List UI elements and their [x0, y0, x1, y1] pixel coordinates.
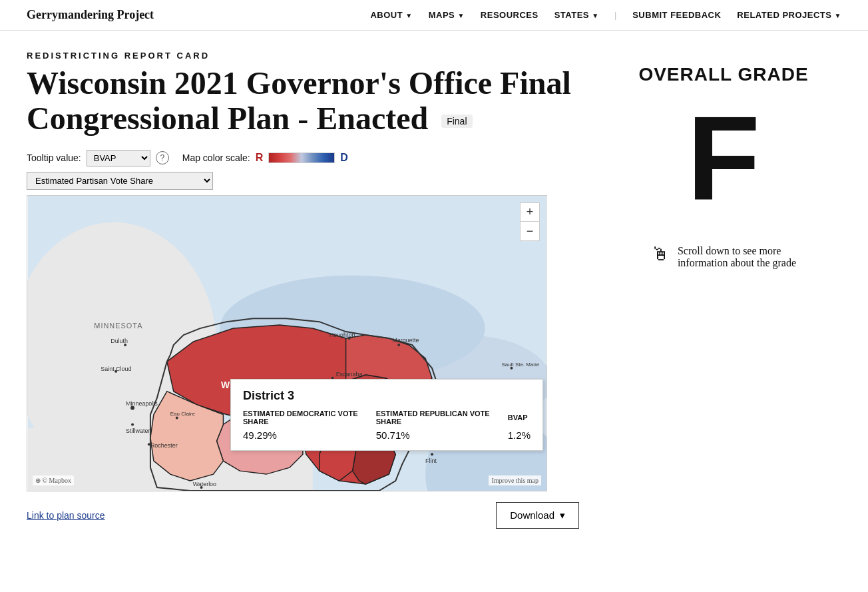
svg-text:Marquette: Marquette — [392, 337, 419, 344]
zoom-out-button[interactable]: − — [521, 222, 539, 240]
report-card-label: REDISTRICTING REPORT CARD — [27, 51, 579, 61]
svg-text:Sault Ste. Marie: Sault Ste. Marie — [502, 361, 540, 367]
svg-text:Flint: Flint — [425, 457, 437, 464]
nav-resources[interactable]: RESOURCES — [481, 10, 539, 20]
mapbox-logo: ⊕ © Mapbox — [33, 475, 74, 485]
svg-text:MINNESOTA: MINNESOTA — [94, 322, 142, 330]
tooltip-district-title: District 3 — [243, 389, 531, 403]
nav-states[interactable]: STATES ▼ — [554, 10, 599, 20]
navigation: Gerrymandering Project ABOUT ▼ MAPS ▼ RE… — [0, 0, 868, 31]
color-scale-label: Map color scale: — [182, 152, 250, 163]
nav-submit-feedback[interactable]: SUBMIT FEEDBACK — [632, 10, 721, 20]
scroll-hint: 🖱 Scroll down to see more information ab… — [651, 245, 796, 269]
map-zoom-controls: + − — [520, 202, 540, 241]
svg-text:Waterloo: Waterloo — [193, 481, 216, 487]
svg-text:Stillwater: Stillwater — [126, 428, 150, 434]
tooltip-select[interactable]: BVAP Partisan Population — [87, 150, 150, 166]
nav-maps[interactable]: MAPS ▼ — [429, 10, 465, 20]
svg-text:Duluth: Duluth — [110, 338, 128, 344]
tooltip-rep-value: 50.71% — [376, 428, 508, 441]
right-column: OVERALL GRADE F 🖱 Scroll down to see mor… — [606, 51, 841, 529]
svg-text:Escanaba: Escanaba — [336, 370, 363, 377]
color-scale-d: D — [340, 152, 348, 164]
map-color-scale-select[interactable]: Estimated Partisan Vote Share BVAP Popul… — [27, 172, 213, 190]
overall-grade-label: OVERALL GRADE — [638, 64, 808, 85]
download-button[interactable]: Download ▾ — [496, 502, 579, 529]
map-credit[interactable]: Improve this map — [489, 475, 541, 485]
download-arrow: ▾ — [560, 509, 565, 521]
link-to-plan-source[interactable]: Link to plan source — [27, 510, 105, 521]
svg-text:Saint Cloud: Saint Cloud — [101, 365, 131, 372]
color-scale-r: R — [256, 152, 264, 164]
svg-text:Rochester: Rochester — [150, 442, 178, 449]
tooltip-dem-value: 49.29% — [243, 428, 376, 441]
grade-letter: F — [687, 99, 760, 218]
tooltip-row: Tooltip value: BVAP Partisan Population … — [27, 150, 169, 166]
map-dropdown-row: Estimated Partisan Vote Share BVAP Popul… — [27, 172, 579, 190]
color-scale-row: Map color scale: R D — [182, 152, 348, 164]
tooltip-table: ESTIMATED DEMOCRATIC VOTE SHARE ESTIMATE… — [243, 410, 531, 441]
nav-related-projects[interactable]: RELATED PROJECTS ▼ — [737, 10, 841, 20]
about-arrow: ▼ — [405, 12, 412, 19]
minneapolis-label: Minneapolis — [126, 400, 158, 406]
svg-point-23 — [176, 416, 178, 419]
scroll-text: Scroll down to see more information abou… — [678, 245, 796, 269]
zoom-in-button[interactable]: + — [521, 203, 539, 222]
tooltip-bvap-value: 1.2% — [508, 428, 531, 441]
map-controls: Tooltip value: BVAP Partisan Population … — [27, 150, 579, 166]
mapbox-symbol: ⊕ — [35, 477, 41, 484]
bottom-actions: Link to plan source Download ▾ — [27, 502, 579, 529]
tooltip-col1-header: ESTIMATED DEMOCRATIC VOTE SHARE — [243, 410, 376, 428]
states-arrow: ▼ — [592, 12, 598, 19]
final-badge: Final — [441, 115, 472, 128]
nav-about[interactable]: ABOUT ▼ — [370, 10, 412, 20]
tooltip-col2-header: ESTIMATED REPUBLICAN VOTE SHARE — [376, 410, 508, 428]
tooltip-label: Tooltip value: — [27, 152, 81, 163]
map-container: Minneapolis Stillwater Rochester Saint C… — [27, 195, 547, 491]
svg-text:Houghton: Houghton — [329, 332, 355, 338]
maps-arrow: ▼ — [457, 12, 464, 19]
svg-point-33 — [431, 453, 433, 455]
nav-separator: | — [615, 10, 617, 21]
nav-logo[interactable]: Gerrymandering Project — [27, 8, 154, 22]
color-bar — [268, 152, 335, 163]
tooltip-help-button[interactable]: ? — [156, 151, 169, 164]
left-column: REDISTRICTING REPORT CARD Wisconsin 2021… — [27, 51, 579, 529]
svg-point-29 — [397, 344, 400, 346]
scroll-icon: 🖱 — [651, 245, 670, 264]
plan-title: Wisconsin 2021 Governor's Office Final C… — [27, 66, 579, 137]
svg-point-15 — [131, 423, 134, 426]
district-tooltip: District 3 ESTIMATED DEMOCRATIC VOTE SHA… — [230, 379, 543, 451]
main-content: REDISTRICTING REPORT CARD Wisconsin 2021… — [0, 31, 868, 549]
svg-text:Eau Claire: Eau Claire — [170, 410, 196, 416]
tooltip-col3-header: BVAP — [508, 410, 531, 428]
related-arrow: ▼ — [835, 12, 841, 19]
